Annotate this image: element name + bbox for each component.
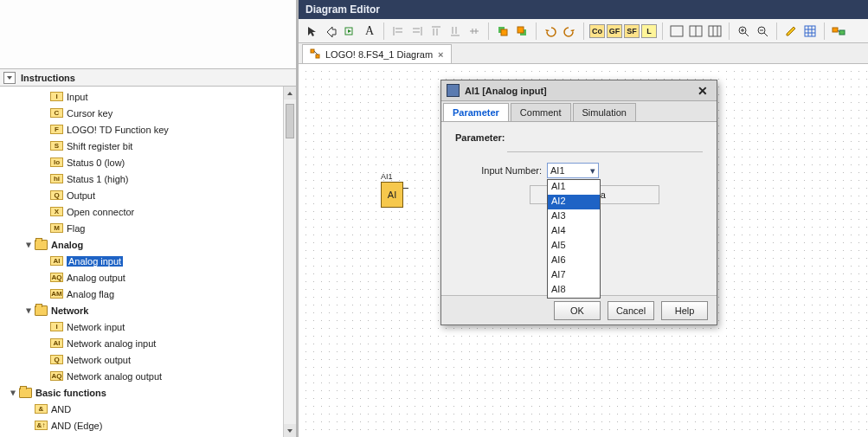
tree-item[interactable]: AQAnalog output [5,269,296,286]
back-icon[interactable] [513,22,530,40]
dropdown-option[interactable]: AI4 [548,224,600,239]
cancel-button[interactable]: Cancel [608,301,654,320]
left-blank-area [0,0,296,69]
document-tabstrip: LOGO! 8.FS4_1 Diagram × [299,43,868,64]
tree-item-label: Network analog output [67,371,162,382]
tree-scrollbar[interactable] [283,87,296,437]
dialog-body: Parameter: Input Number: AI1 ▾ AI3 a AI1… [441,122,717,295]
tree-toggle-icon[interactable]: ▼ [9,388,17,397]
tree-item[interactable]: MFlag [5,220,296,236]
co-toggle[interactable]: Co [589,24,605,38]
document-tab[interactable]: LOGO! 8.FS4_1 Diagram × [302,44,452,63]
tree-item-label: Analog flag [67,289,114,299]
zoom-in-icon[interactable] [735,22,752,40]
input-number-combo[interactable]: AI1 ▾ [547,163,599,178]
dropdown-option[interactable]: AI8 [548,283,600,298]
sf-toggle[interactable]: SF [624,24,640,38]
dropdown-option[interactable]: AI7 [548,268,600,283]
gf-toggle[interactable]: GF [607,24,622,38]
dropdown-option[interactable]: AI1 [548,180,600,195]
dist-h-icon[interactable] [466,22,483,40]
block-output-pin[interactable] [403,188,408,189]
tree-item[interactable]: loStatus 0 (low) [5,154,296,170]
tree-item[interactable]: AINetwork analog input [5,335,296,351]
tree-item[interactable]: hiStatus 1 (high) [5,170,296,187]
pencil-icon[interactable] [782,22,800,40]
page-split2-icon[interactable] [687,22,704,40]
tree-item[interactable]: AQNetwork analog output [5,368,296,384]
align-right-icon[interactable] [408,22,426,40]
align-top-icon[interactable] [428,22,445,40]
scroll-up-icon[interactable] [284,87,296,100]
input-number-dropdown[interactable]: AI1AI2AI3AI4AI5AI6AI7AI8 [547,179,601,299]
tree-item-label: AND (Edge) [51,421,102,431]
tree-toggle-icon[interactable]: ▼ [24,305,33,315]
dialog-close-icon[interactable]: ✕ [694,84,711,98]
align-bottom-icon[interactable] [447,22,464,40]
tree-toggle-icon[interactable]: ▼ [24,240,33,249]
item-badge: X [50,207,63,216]
tree-item[interactable]: QNetwork output [5,351,296,368]
tree-item-label: Analog output [67,273,125,283]
redo-icon[interactable] [561,22,578,40]
folder-icon [19,388,32,398]
editor-titlebar: Diagram Editor [299,0,868,19]
page-single-icon[interactable] [668,22,685,40]
pointer-tool-icon[interactable] [304,22,321,40]
dropdown-option[interactable]: AI5 [548,239,600,254]
undo-icon[interactable] [542,22,559,40]
ok-button[interactable]: OK [554,301,601,320]
diagram-tab-icon [310,48,320,61]
tree-item[interactable]: AIAnalog input [5,253,296,269]
item-badge: & [35,404,48,414]
connect-tool-icon[interactable] [323,22,340,40]
item-badge: Q [50,355,63,364]
tree-item[interactable]: AMAnalog flag [5,286,296,302]
dropdown-option[interactable]: AI2 [548,195,600,209]
tree-item[interactable]: &AND [5,401,296,417]
tree-item[interactable]: INetwork input [5,318,296,335]
scroll-thumb[interactable] [286,104,294,138]
play-tool-icon[interactable] [342,22,359,40]
scroll-down-icon[interactable] [284,424,296,437]
tree-item[interactable]: ▼Basic functions [5,384,296,401]
tree-item-label: Network analog input [67,338,156,349]
tab-simulation[interactable]: Simulation [573,103,636,121]
text-tool-icon[interactable]: A [361,22,378,40]
tab-comment[interactable]: Comment [511,103,571,121]
tree-item[interactable]: ▼Analog [5,236,296,253]
grid-icon[interactable] [801,22,819,40]
editor-toolbar: A Co GF SF L [299,19,868,43]
tree-item[interactable]: SShift register bit [5,138,296,154]
chevron-down-icon [3,72,16,84]
dialog-titlebar[interactable]: AI1 [Analog input] ✕ [441,80,717,101]
align-left-icon[interactable] [389,22,407,40]
zoom-out-icon[interactable] [754,22,771,40]
dropdown-option[interactable]: AI3 [548,209,600,224]
ai-block[interactable]: AI1 AI [381,172,403,208]
sim-icon[interactable] [830,22,847,40]
properties-dialog: AI1 [Analog input] ✕ Parameter Comment S… [440,80,717,325]
tree-item[interactable]: QOutput [5,187,296,203]
tree-item[interactable]: FLOGO! TD Function key [5,121,296,138]
tree-item[interactable]: IInput [5,88,296,105]
folder-icon [35,305,48,316]
tree-item-label: Open connector [67,207,134,217]
tree-item-label: Analog input [67,256,123,267]
instructions-header[interactable]: Instructions [0,69,296,87]
tree-item[interactable]: ▼Network [5,302,296,318]
help-button[interactable]: Help [661,301,708,320]
page-split3-icon[interactable] [706,22,723,40]
close-icon[interactable]: × [438,49,443,60]
tree-item[interactable]: XOpen connector [5,203,296,220]
tab-parameter[interactable]: Parameter [443,103,509,121]
l-toggle[interactable]: L [641,24,657,38]
svg-rect-24 [839,30,845,35]
tree-item[interactable]: &↑AND (Edge) [5,417,296,434]
front-icon[interactable] [494,22,511,40]
tree-item[interactable]: CCursor key [5,105,296,121]
instructions-tree: IInputCCursor keyFLOGO! TD Function keyS… [0,87,296,437]
dropdown-option[interactable]: AI6 [548,254,600,268]
item-badge: F [50,125,63,134]
diagram-canvas[interactable]: AI1 AI AI1 [Analog input] ✕ Parameter Co… [299,64,868,437]
